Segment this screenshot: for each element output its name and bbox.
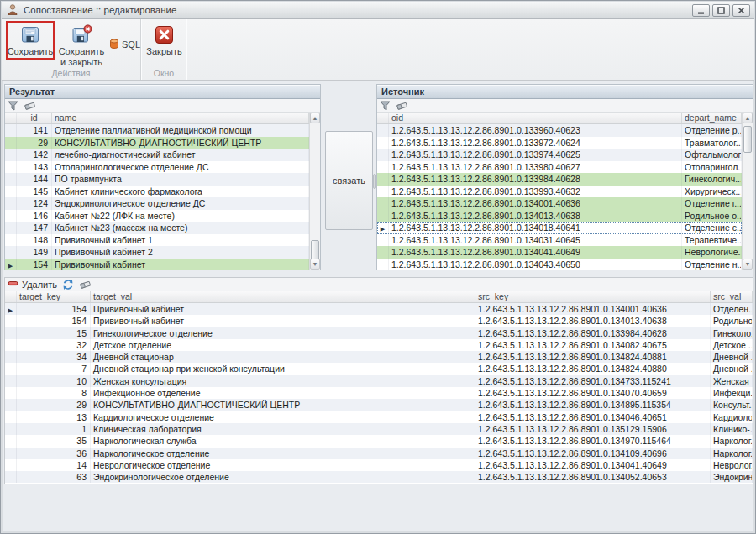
filter-icon[interactable] bbox=[380, 101, 391, 111]
result-table-row[interactable]: 124 Эндокринологическое отделение ДС bbox=[5, 197, 309, 210]
scroll-down-icon[interactable] bbox=[743, 259, 753, 270]
mapping-table-row[interactable]: 154 Прививочный кабинет 1.2.643.5.1.13.1… bbox=[5, 315, 753, 327]
mapping-table-row[interactable]: 63 Эндокринологическое отделение 1.2.643… bbox=[5, 471, 753, 483]
save-and-close-button[interactable]: Сохранить и закрыть bbox=[55, 22, 108, 72]
column-header-target-key[interactable]: target_key bbox=[17, 291, 91, 302]
result-table-row[interactable]: 145 Кабинет клинического фармаколога bbox=[5, 186, 309, 198]
cell-depart-name: Отделение н... bbox=[682, 259, 742, 270]
close-window-button[interactable] bbox=[732, 4, 750, 17]
source-table-row[interactable]: 1.2.643.5.1.13.13.12.2.86.8901.0.134031.… bbox=[377, 234, 742, 247]
cell-name: Кабинет №22 (ЛФК на месте) bbox=[52, 210, 309, 222]
row-indicator bbox=[5, 375, 17, 387]
column-header-oid[interactable]: oid bbox=[389, 113, 682, 123]
cell-target-key: 7 bbox=[17, 363, 91, 374]
cell-src-key: 1.2.643.5.1.13.13.12.2.86.8901.0.134013.… bbox=[475, 315, 711, 327]
row-indicator bbox=[377, 173, 389, 186]
result-table-row[interactable]: 147 Кабинет №23 (массаж на месте) bbox=[5, 222, 309, 234]
result-table-row[interactable]: 148 Прививочный кабинет 1 bbox=[5, 234, 309, 247]
clear-filter-icon[interactable] bbox=[396, 101, 408, 111]
source-table-row[interactable]: 1.2.643.5.1.13.13.12.2.86.8901.0.133974.… bbox=[377, 149, 742, 161]
cell-target-val: Дневной стационар bbox=[91, 351, 475, 363]
mapping-table-row[interactable]: 14 Неврологическое отделение 1.2.643.5.1… bbox=[5, 459, 753, 471]
cell-target-key: 15 bbox=[17, 327, 91, 339]
result-table-row[interactable]: 154 Прививочный кабинет bbox=[5, 259, 309, 270]
cell-oid: 1.2.643.5.1.13.13.12.2.86.8901.0.133980.… bbox=[389, 161, 682, 174]
row-indicator bbox=[5, 173, 17, 186]
result-grid-header: id name bbox=[5, 113, 309, 124]
cell-oid: 1.2.643.5.1.13.13.12.2.86.8901.0.133972.… bbox=[389, 137, 682, 149]
row-indicator bbox=[5, 448, 17, 459]
source-table-row[interactable]: 1.2.643.5.1.13.13.12.2.86.8901.0.134001.… bbox=[377, 197, 742, 210]
cell-depart-name: Родильное о... bbox=[682, 210, 742, 222]
cell-target-val: Женская консультация bbox=[91, 375, 475, 387]
result-table-row[interactable]: 146 Кабинет №22 (ЛФК на месте) bbox=[5, 210, 309, 222]
mapping-table-row[interactable]: 10 Женская консультация 1.2.643.5.1.13.1… bbox=[5, 375, 753, 387]
mapping-table-row[interactable]: 29 КОНСУЛЬТАТИВНО-ДИАГНОСТИЧЕСКИЙ ЦЕНТР … bbox=[5, 399, 753, 411]
link-button[interactable]: связать bbox=[325, 131, 373, 230]
source-table-row[interactable]: 1.2.643.5.1.13.13.12.2.86.8901.0.134041.… bbox=[377, 246, 742, 259]
source-table-row[interactable]: 1.2.643.5.1.13.13.12.2.86.8901.0.133984.… bbox=[377, 173, 742, 186]
mapping-table-row[interactable]: 7 Дневной стационар при женской консульт… bbox=[5, 363, 753, 374]
close-button[interactable]: Закрыть bbox=[145, 22, 183, 72]
source-table-row[interactable]: 1.2.643.5.1.13.13.12.2.86.8901.0.133960.… bbox=[377, 124, 742, 137]
column-header-src-key[interactable]: src_key bbox=[475, 291, 711, 302]
mapping-table-row[interactable]: 34 Дневной стационар 1.2.643.5.1.13.13.1… bbox=[5, 351, 753, 363]
cell-src-val: Отделен... bbox=[711, 303, 753, 315]
source-table-row[interactable]: 1.2.643.5.1.13.13.12.2.86.8901.0.134043.… bbox=[377, 259, 742, 270]
mapping-toolbar: Удалить bbox=[5, 278, 753, 291]
result-grid-rows: 141 Отделение паллиативной медицинской п… bbox=[5, 124, 309, 270]
mapping-table-row[interactable]: 1 Клиническая лаборатория 1.2.643.5.1.13… bbox=[5, 423, 753, 435]
mapping-table-row[interactable]: 154 Прививочный кабинет 1.2.643.5.1.13.1… bbox=[5, 303, 753, 315]
clear-filter-icon[interactable] bbox=[79, 280, 92, 290]
result-table-row[interactable]: 143 Отоларингологическое отделение ДС bbox=[5, 161, 309, 174]
column-header-target-val[interactable]: target_val bbox=[91, 291, 475, 302]
delete-button[interactable]: Удалить bbox=[8, 278, 57, 291]
cell-target-key: 10 bbox=[17, 375, 91, 387]
mapping-table-row[interactable]: 35 Наркологическая служба 1.2.643.5.1.13… bbox=[5, 435, 753, 447]
column-header-name[interactable]: name bbox=[52, 113, 309, 123]
cell-src-key: 1.2.643.5.1.13.13.12.2.86.8901.0.133984.… bbox=[475, 327, 711, 339]
sql-button[interactable]: SQL bbox=[108, 36, 140, 53]
save-close-icon bbox=[71, 23, 92, 44]
mapping-table-row[interactable]: 15 Гинекологическое отделение 1.2.643.5.… bbox=[5, 327, 753, 339]
column-header-depart-name[interactable]: depart_name bbox=[682, 113, 742, 123]
clear-filter-icon[interactable] bbox=[24, 101, 36, 111]
mapping-table-row[interactable]: 32 Детское отделение 1.2.643.5.1.13.13.1… bbox=[5, 339, 753, 351]
column-header-id[interactable]: id bbox=[17, 113, 52, 123]
filter-icon[interactable] bbox=[8, 101, 18, 111]
mapping-table-row[interactable]: 36 Наркологическое отделение 1.2.643.5.1… bbox=[5, 448, 753, 459]
result-table-row[interactable]: 142 лечебно-диагностический кабинет bbox=[5, 149, 309, 161]
save-and-close-label-2: и закрыть bbox=[60, 57, 102, 68]
row-indicator bbox=[5, 459, 17, 471]
cell-target-key: 154 bbox=[17, 315, 91, 327]
result-panel-header: Результат bbox=[5, 85, 320, 99]
minimize-button[interactable] bbox=[692, 4, 710, 17]
source-table-row[interactable]: 1.2.643.5.1.13.13.12.2.86.8901.0.133980.… bbox=[377, 161, 742, 174]
mapping-table-row[interactable]: 13 Кардиологическое отделение 1.2.643.5.… bbox=[5, 411, 753, 423]
source-table-row[interactable]: 1.2.643.5.1.13.13.12.2.86.8901.0.133972.… bbox=[377, 137, 742, 149]
result-table-row[interactable]: 141 Отделение паллиативной медицинской п… bbox=[5, 124, 309, 137]
source-table-row[interactable]: 1.2.643.5.1.13.13.12.2.86.8901.0.134013.… bbox=[377, 210, 742, 222]
source-scroll-thumb[interactable] bbox=[743, 126, 752, 153]
source-panel-title: Источник bbox=[381, 86, 424, 97]
result-table-row[interactable]: 149 Прививочный кабинет 2 bbox=[5, 246, 309, 259]
source-table-row[interactable]: 1.2.643.5.1.13.13.12.2.86.8901.0.133993.… bbox=[377, 186, 742, 198]
refresh-icon[interactable] bbox=[62, 279, 74, 291]
source-table-row[interactable]: 1.2.643.5.1.13.13.12.2.86.8901.0.134018.… bbox=[377, 222, 742, 234]
column-header-src-val[interactable]: src_val bbox=[711, 291, 753, 302]
result-scrollbar[interactable] bbox=[309, 113, 320, 270]
scroll-up-icon[interactable] bbox=[310, 113, 320, 123]
source-scrollbar[interactable] bbox=[742, 113, 753, 270]
cell-depart-name: Терапевтиче... bbox=[682, 234, 742, 247]
result-table-row[interactable]: 144 ПО травмпункта bbox=[5, 173, 309, 186]
ribbon-group-window: Закрыть Окно bbox=[142, 19, 186, 80]
cell-id: 143 bbox=[17, 161, 52, 174]
mapping-table-row[interactable]: 8 Инфекционное отделение 1.2.643.5.1.13.… bbox=[5, 387, 753, 399]
scroll-down-icon[interactable] bbox=[310, 259, 320, 270]
maximize-button[interactable] bbox=[712, 4, 730, 17]
save-button[interactable]: Сохранить bbox=[7, 22, 54, 72]
cell-id: 29 bbox=[17, 137, 52, 149]
scroll-up-icon[interactable] bbox=[743, 113, 753, 123]
result-table-row[interactable]: 29 КОНСУЛЬТАТИВНО-ДИАГНОСТИЧЕСКИЙ ЦЕНТР bbox=[5, 137, 309, 149]
titlebar[interactable]: Сопоставление :: редактирование bbox=[2, 2, 754, 19]
